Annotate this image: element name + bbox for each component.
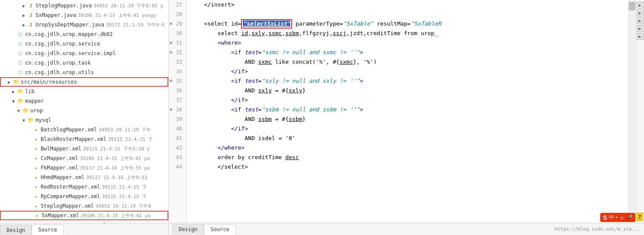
- line-number-31: 31⊖: [169, 38, 184, 48]
- tree-arrow[interactable]: ▶: [21, 13, 27, 18]
- tree-item-batchlogmapper-xml[interactable]: ✦BatchlogMapper.xml 34953 20-11-19 下午: [0, 125, 168, 134]
- status-url: https://blog.csdn.net/m_sle...: [554, 226, 641, 232]
- tree-item-redrostermapper-xml[interactable]: ✦RedRosterMapper.xml 39115 21-4-15 下: [0, 182, 168, 192]
- fold-marker[interactable]: ⊖: [170, 19, 173, 29]
- xml-icon: ✦: [32, 193, 40, 199]
- tree-item-mapper[interactable]: ▼📁mapper: [0, 96, 168, 106]
- side-icon-1[interactable]: ▶: [637, 2, 644, 9]
- ime-chinese[interactable]: 中: [609, 214, 614, 221]
- line-number-39: 39: [169, 114, 184, 124]
- line-number-30: 30: [169, 29, 184, 38]
- tree-item-csmapper-xml[interactable]: ✦CsMapper.xml 39106 21-4-15 上午9:41 ya: [0, 153, 168, 163]
- code-plain: =: [258, 105, 262, 114]
- tree-label: urop: [30, 108, 43, 114]
- tree-arrow[interactable]: ▼: [21, 118, 27, 123]
- xml-icon: ✦: [32, 203, 40, 209]
- code-line-31: <where>: [190, 38, 628, 48]
- tree-item-cn-csg-db02[interactable]: ⬡cn.csg.jdlh.urop.mapper.db02: [0, 29, 168, 39]
- xml-icon: ✦: [32, 155, 40, 161]
- code-plain: ,: [248, 29, 251, 38]
- line-number-44: 44: [169, 162, 184, 172]
- code-plain: =: [258, 76, 262, 86]
- code-attr-italic: "SxTableR: [411, 19, 441, 29]
- tab-design[interactable]: Design: [0, 225, 32, 235]
- fold-marker[interactable]: ⊖: [170, 76, 173, 86]
- editor-tab-source[interactable]: Source: [204, 224, 235, 235]
- ime-emoji[interactable]: ☺: [619, 215, 625, 221]
- tree-item-src-main-resources[interactable]: ▶📁src/main/resources: [0, 77, 168, 87]
- code-underline: ssbm: [285, 29, 299, 38]
- tree-label: mysql: [35, 117, 51, 123]
- tree-item-cn-csg-service[interactable]: ⬡cn.csg.jdlh.urop.service: [0, 39, 168, 49]
- scrollbar-thumb[interactable]: [629, 2, 635, 10]
- tree-label: RpCompareMapper.xml: [41, 193, 100, 199]
- tree-item-sxmapper-xml[interactable]: ✦SxMapper.xml 39106 21-4-15 上午9:41 ya: [0, 211, 168, 220]
- tree-item-cn-csg-task[interactable]: ⬡cn.csg.jdlh.urop.task: [0, 58, 168, 68]
- xml-icon: ✦: [32, 136, 40, 142]
- code-line-37: </if>: [190, 95, 628, 105]
- tree-arrow[interactable]: ▼: [10, 99, 16, 104]
- code-plain: parameterType=: [292, 19, 343, 29]
- tree-label: lib: [25, 88, 35, 95]
- right-scrollbar[interactable]: [628, 0, 635, 223]
- code-tag: </where>: [190, 143, 245, 153]
- editor-tab-design[interactable]: Design: [172, 224, 204, 235]
- code-line-40: </if>: [190, 124, 628, 134]
- tab-source[interactable]: Source: [32, 225, 63, 235]
- tree-label: SteplogMapper.java: [35, 3, 92, 9]
- tree-item-urop[interactable]: ▼📁urop: [0, 106, 168, 115]
- folder-icon: 📁: [27, 117, 35, 123]
- code-mybatis-if: >: [360, 48, 363, 57]
- side-icon-5[interactable]: ▶: [637, 33, 644, 40]
- tree-item-steplogmapper-java[interactable]: ▶JSteplogMapper.java 34953 20-11-19 下午8:…: [0, 1, 168, 10]
- fold-marker[interactable]: ⊖: [170, 105, 173, 114]
- code-mybatis-condition: "sxly != null and sxly != ''": [261, 76, 360, 86]
- tree-item-bwlmapper-xml[interactable]: ✦BwlMapper.xml 39115 21-4-15 下午5:10 y: [0, 144, 168, 153]
- tree-label: FkMapper.xml: [41, 165, 78, 171]
- code-mybatis-attr: test: [245, 105, 258, 114]
- line-number-40: 40: [169, 124, 184, 134]
- code-content[interactable]: </insert> <select id="selectSxList" para…: [187, 0, 628, 223]
- code-tag: </if>: [190, 67, 248, 76]
- code-plain: order by creditTime: [190, 153, 285, 162]
- package-icon: ⬡: [16, 31, 24, 37]
- xml-icon: ✦: [33, 212, 41, 219]
- tree-item-steplogmapper-xml[interactable]: ✦SteplogMapper.xml 34953 20-11-19 下午8: [0, 201, 168, 211]
- tree-meta: 39117 21-4-16 上午9:33: [86, 174, 147, 181]
- code-mybatis-attr: test: [245, 76, 258, 86]
- tree-item-fkmapper-xml[interactable]: ✦FkMapper.xml 39117 21-4-16 上午9:33 ya: [0, 163, 168, 173]
- tree-item-hhmdmapper-xml[interactable]: ✦HhmdMapper.xml 39117 21-4-16 上午9:33: [0, 173, 168, 182]
- tree-arrow[interactable]: ▶: [21, 3, 27, 8]
- tree-item-mysql[interactable]: ▼📁mysql: [0, 115, 168, 125]
- tree-label: cn.csg.jdlh.urop.service.impl: [25, 50, 116, 56]
- tree-item-cn-csg-utils[interactable]: ⬡cn.csg.jdlh.urop.utils: [0, 68, 168, 77]
- tree-meta: 39117 21-4-16 上午9:33 ya: [80, 165, 150, 171]
- tree-item-sxmapper-java[interactable]: ▶JSxMapper.java 39106 21-4-15 上午9:41 yan…: [0, 10, 168, 20]
- code-plain: [241, 76, 245, 86]
- code-tag: <where>: [190, 38, 241, 48]
- tree-item-cn-csg-service-impl[interactable]: ⬡cn.csg.jdlh.urop.service.impl: [0, 49, 168, 58]
- side-icon-2[interactable]: ▶: [637, 10, 644, 16]
- tree-label: SxMapper.java: [35, 12, 76, 18]
- tree-arrow[interactable]: ▼: [16, 108, 22, 113]
- side-icon-4[interactable]: ▶: [637, 25, 644, 32]
- tree-item-rpcomparemapper-xml[interactable]: ✦RpCompareMapper.xml 39115 21-4-15 下: [0, 192, 168, 201]
- tree-arrow[interactable]: ▶: [10, 89, 16, 94]
- side-icon-3[interactable]: ▶: [637, 17, 644, 24]
- tree-arrow[interactable]: ▶: [21, 23, 27, 27]
- code-line-38: <if test="ssbm != null and ssbm != ''">: [190, 105, 628, 114]
- ime-toolbar[interactable]: S 中 • ☺ 🎤: [600, 213, 635, 222]
- folder-icon: 📁: [16, 98, 24, 104]
- tree-item-uropsysdeptmapper-java[interactable]: ▶JUropSysDeptMapper.java 38172 21-3-10 下…: [0, 20, 168, 29]
- ime-dot[interactable]: •: [616, 215, 618, 221]
- tree-arrow[interactable]: ▶: [6, 80, 12, 85]
- fold-marker[interactable]: ⊖: [170, 38, 173, 48]
- tree-item-blackrostermapper-xml[interactable]: ✦BlackRosterMapper.xml 39115 21-4-15 下: [0, 134, 168, 144]
- fold-marker[interactable]: ⊖: [170, 48, 173, 57]
- tree-item-lib[interactable]: ▶📁lib: [0, 87, 168, 96]
- editor-source-tabs: DesignSource: [172, 224, 236, 235]
- code-plain: = #{: [272, 86, 289, 95]
- folder-icon: 📁: [22, 108, 29, 114]
- folder-icon: 📁: [12, 79, 20, 85]
- ime-voice[interactable]: 🎤: [626, 215, 633, 221]
